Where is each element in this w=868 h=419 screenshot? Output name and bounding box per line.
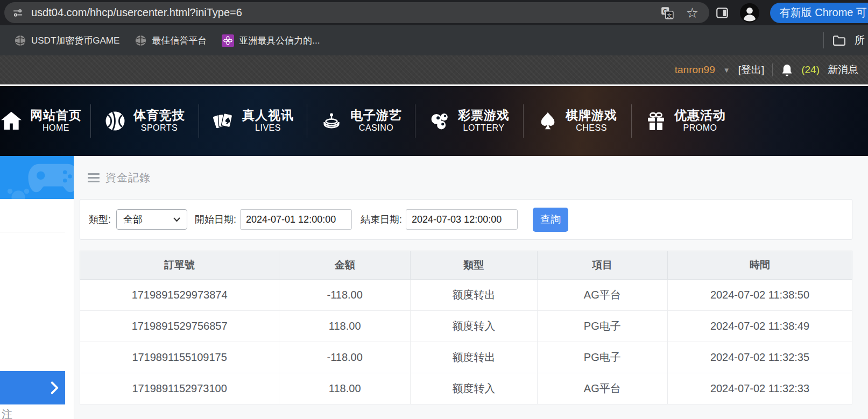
globe-icon: [14, 34, 26, 47]
side-panel-icon[interactable]: [715, 6, 729, 20]
new-messages-label[interactable]: 新消息: [828, 63, 858, 77]
cell-time: 2024-07-02 11:32:33: [668, 373, 852, 404]
nav-label-en: SPORTS: [133, 123, 185, 134]
all-bookmarks-label[interactable]: 所: [855, 33, 865, 47]
nav-label-zh: 彩票游戏: [458, 108, 510, 122]
bookmark-label: USDT加密货币GAME: [31, 34, 119, 47]
sidebar-partial-item[interactable]: 注: [2, 407, 12, 419]
bookmark-star-icon[interactable]: ☆: [686, 6, 698, 20]
profile-avatar[interactable]: [740, 3, 759, 23]
header-time: 時間: [668, 251, 852, 280]
nav-item-lives[interactable]: 真人视讯 LIVES: [199, 86, 307, 156]
nav-label-en: CASINO: [350, 123, 402, 134]
cell-amount: 118.00: [279, 373, 411, 404]
bell-icon[interactable]: [781, 63, 793, 77]
cell-time: 2024-07-02 11:38:49: [668, 311, 852, 342]
nav-label-en: PROMO: [674, 123, 726, 134]
folder-icon[interactable]: [832, 35, 846, 46]
sidebar-divider: [0, 232, 65, 232]
nav-label-en: HOME: [30, 123, 82, 134]
nav-item-home[interactable]: 网站首页 HOME: [0, 86, 90, 156]
main-navigation: 网站首页 HOME 体育竞技 SPORTS 真人视讯 LIVES: [0, 86, 868, 156]
paw-icon: [3, 185, 33, 199]
nav-label-en: LOTTERY: [458, 123, 510, 134]
cell-amount: -118.00: [279, 280, 411, 311]
cell-amount: -118.00: [279, 342, 411, 373]
divider: [772, 63, 773, 76]
cell-item: AG平台: [537, 373, 668, 404]
bookmark-item[interactable]: USDT加密货币GAME: [6, 34, 127, 47]
nav-label-zh: 网站首页: [30, 108, 82, 122]
header-type: 類型: [411, 251, 537, 280]
cell-type: 额度转出: [411, 342, 537, 373]
translate-icon[interactable]: G 文: [660, 6, 674, 20]
menu-icon[interactable]: [88, 171, 100, 184]
cell-order-no: 1719891155109175: [80, 342, 279, 373]
header-item: 項目: [537, 251, 668, 280]
url-text[interactable]: usdt04.com/hhcp/usercenter.html?iniType=…: [31, 6, 660, 19]
chrome-update-button[interactable]: 有新版 Chrome 可: [770, 3, 868, 23]
cell-type: 额度转入: [411, 373, 537, 404]
sidebar: 注: [0, 156, 74, 419]
chevron-down-icon: [173, 217, 180, 222]
nav-item-sports[interactable]: 体育竞技 SPORTS: [91, 86, 199, 156]
address-bar[interactable]: usdt04.com/hhcp/usercenter.html?iniType=…: [4, 2, 709, 23]
search-button[interactable]: 查詢: [533, 208, 568, 232]
chevron-down-icon[interactable]: ▼: [723, 66, 730, 74]
flower-icon: [222, 34, 234, 47]
table-header-row: 訂單號 金額 類型 項目 時間: [80, 251, 852, 280]
nav-label-zh: 真人视讯: [242, 108, 294, 122]
spade-icon: [538, 111, 558, 131]
table-row: 1719891529973874 -118.00 额度转出 AG平台 2024-…: [80, 280, 852, 311]
start-date-label: 開始日期:: [195, 213, 236, 226]
cell-item: PG电子: [537, 342, 668, 373]
sidebar-banner[interactable]: [0, 156, 74, 199]
nav-label-zh: 棋牌游戏: [566, 108, 617, 122]
start-date-input[interactable]: [240, 209, 352, 230]
nav-item-promo[interactable]: 优惠活动 PROMO: [632, 86, 739, 156]
bookmark-item[interactable]: 最佳信誉平台: [127, 34, 214, 47]
type-select[interactable]: 全部: [116, 209, 187, 230]
username[interactable]: tanron99: [675, 64, 715, 76]
svg-text:文: 文: [667, 12, 672, 18]
records-table: 訂單號 金額 類型 項目 時間 1719891529973874 -118.00…: [80, 251, 852, 404]
cell-order-no: 1719891152973100: [80, 373, 279, 404]
type-select-value: 全部: [123, 213, 143, 226]
roulette-icon: [320, 110, 343, 132]
page-title: 資金記錄: [105, 171, 151, 185]
nav-item-lottery[interactable]: 彩票游戏 LOTTERY: [415, 86, 523, 156]
nav-label-en: CHESS: [566, 123, 617, 134]
cell-time: 2024-07-02 11:32:35: [668, 342, 852, 373]
content-area: 資金記錄 類型: 全部 開始日期: 結束日期: 查詢 訂單號 金額 類型 項目 …: [74, 156, 868, 419]
globe-icon: [135, 34, 147, 47]
bookmark-label: 亚洲最具公信力的...: [239, 34, 320, 47]
header-amount: 金額: [279, 251, 411, 280]
cell-type: 额度转出: [411, 280, 537, 311]
table-row: 1719891152973100 118.00 额度转入 AG平台 2024-0…: [80, 373, 852, 404]
site-info-icon[interactable]: [12, 7, 24, 19]
gamepad-icon: [26, 161, 74, 195]
bookmarks-bar: USDT加密货币GAME 最佳信誉平台 亚洲最具公信力的... 所: [0, 25, 868, 55]
message-count-badge[interactable]: (24): [801, 64, 820, 76]
lottery-balls-icon: [429, 110, 450, 132]
cell-order-no: 1719891529756857: [80, 311, 279, 342]
cell-order-no: 1719891529973874: [80, 280, 279, 311]
nav-label-zh: 电子游艺: [350, 108, 402, 122]
user-bar: tanron99 ▼ [登出] (24) 新消息: [0, 55, 868, 84]
end-date-label: 結束日期:: [361, 213, 402, 226]
cell-amount: 118.00: [279, 311, 411, 342]
header-order-no: 訂單號: [80, 251, 279, 280]
chevron-right-icon: [51, 381, 59, 394]
sidebar-collapse-button[interactable]: [0, 371, 65, 404]
logout-link[interactable]: [登出]: [738, 63, 765, 77]
cell-type: 额度转入: [411, 311, 537, 342]
bookmark-item[interactable]: 亚洲最具公信力的...: [214, 34, 327, 47]
table-row: 1719891529756857 118.00 额度转入 PG电子 2024-0…: [80, 311, 852, 342]
cell-item: PG电子: [537, 311, 668, 342]
type-label: 類型:: [89, 213, 111, 226]
nav-item-chess[interactable]: 棋牌游戏 CHESS: [524, 86, 631, 156]
end-date-input[interactable]: [406, 209, 518, 230]
nav-item-casino[interactable]: 电子游艺 CASINO: [307, 86, 415, 156]
browser-toolbar: usdt04.com/hhcp/usercenter.html?iniType=…: [0, 0, 868, 25]
home-icon: [0, 110, 23, 132]
